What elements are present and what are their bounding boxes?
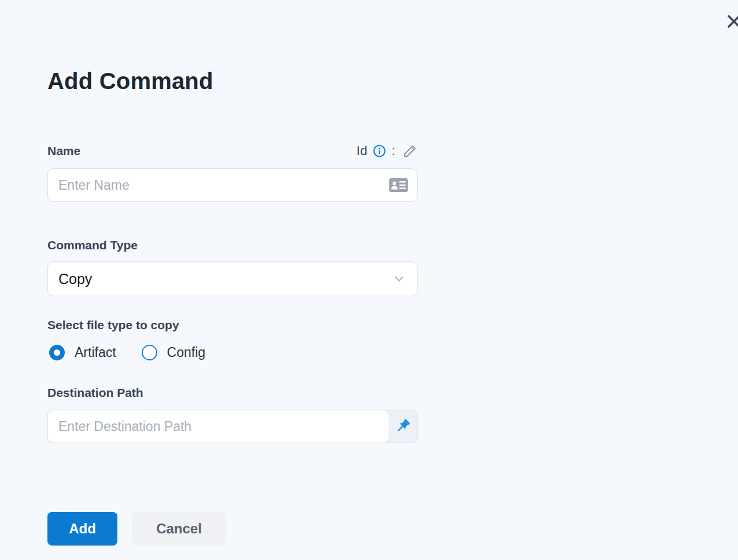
command-type-select[interactable]: Copy xyxy=(47,261,418,296)
add-command-dialog: Add Command Name Id : xyxy=(47,0,418,546)
dialog-footer: Add Cancel xyxy=(47,512,418,546)
name-input-wrap xyxy=(47,168,418,202)
name-label-row: Name Id : xyxy=(47,142,418,160)
add-button[interactable]: Add xyxy=(47,512,117,546)
close-icon xyxy=(725,23,738,32)
file-type-radio-group: Artifact Config xyxy=(47,345,418,360)
pin-button[interactable] xyxy=(388,410,417,443)
radio-label-artifact: Artifact xyxy=(75,345,116,360)
file-type-label-row: Select file type to copy xyxy=(47,317,418,333)
destination-label-row: Destination Path xyxy=(47,385,418,401)
command-type-label: Command Type xyxy=(47,238,138,252)
radio-option-config[interactable]: Config xyxy=(142,345,205,360)
chevron-down-icon xyxy=(393,272,405,285)
edit-pencil-icon[interactable] xyxy=(403,143,418,159)
info-icon[interactable] xyxy=(372,144,386,158)
contact-card-icon xyxy=(388,176,409,194)
destination-input-group xyxy=(47,410,418,443)
id-group: Id : xyxy=(357,143,418,159)
page-title: Add Command xyxy=(47,67,418,95)
id-label: Id xyxy=(357,143,367,159)
name-label: Name xyxy=(47,144,80,158)
destination-label: Destination Path xyxy=(47,386,143,400)
command-type-value: Copy xyxy=(58,271,92,288)
cancel-button[interactable]: Cancel xyxy=(132,512,226,546)
name-input[interactable] xyxy=(47,168,418,202)
close-button[interactable] xyxy=(725,13,738,30)
id-separator: : xyxy=(392,143,395,159)
radio-label-config: Config xyxy=(167,345,205,360)
file-type-label: Select file type to copy xyxy=(47,318,179,332)
command-type-label-row: Command Type xyxy=(47,237,418,253)
radio-unselected-icon[interactable] xyxy=(142,345,157,360)
destination-input[interactable] xyxy=(47,410,389,443)
radio-option-artifact[interactable]: Artifact xyxy=(49,345,116,360)
radio-selected-icon[interactable] xyxy=(49,345,65,360)
pushpin-icon xyxy=(394,418,411,435)
